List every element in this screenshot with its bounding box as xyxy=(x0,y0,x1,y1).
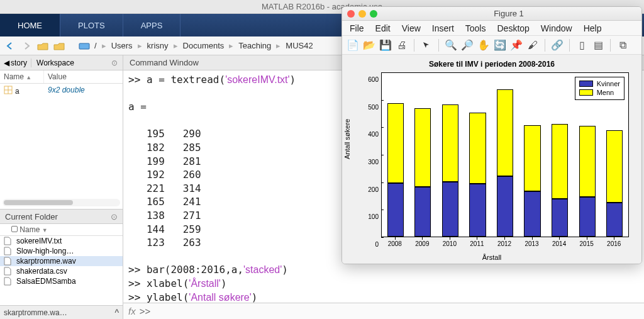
tab-home[interactable]: HOME xyxy=(0,14,60,36)
brush-icon[interactable]: 🖌 xyxy=(527,40,538,51)
ws-col-value[interactable]: Value xyxy=(44,70,70,83)
minimize-icon[interactable] xyxy=(358,10,366,18)
link-icon[interactable]: 🔗 xyxy=(552,40,563,51)
crumb-3[interactable]: Documents xyxy=(183,41,225,50)
crumb-5[interactable]: MUS42 xyxy=(286,41,313,50)
save-icon[interactable]: 💾 xyxy=(380,40,391,51)
x-tick: 2010 xyxy=(443,240,457,247)
open-icon[interactable]: 📂 xyxy=(364,40,375,51)
zoom-in-icon[interactable]: 🔍 xyxy=(445,40,457,51)
x-tick: 2013 xyxy=(525,240,538,247)
current-folder-title: Current Folder ⊙ xyxy=(0,209,123,224)
pointer-icon[interactable] xyxy=(421,40,432,51)
print-icon[interactable]: 🖨 xyxy=(396,40,408,51)
colorbar-icon[interactable]: ▯ xyxy=(576,40,587,51)
x-tick: 2014 xyxy=(552,240,566,247)
ws-col-name[interactable]: Name ▲ xyxy=(0,70,44,83)
nav-folder-icon[interactable] xyxy=(53,40,65,52)
file-item[interactable]: skarptromme.wav xyxy=(0,256,123,266)
crumb-2[interactable]: krisny xyxy=(147,41,169,50)
toolbar-sep xyxy=(610,39,611,52)
chart-title: Søkere til IMV i perioden 2008-2016 xyxy=(342,60,641,69)
figure-titlebar[interactable]: Figure 1 xyxy=(342,7,641,21)
chevron-right-icon: ▸ xyxy=(276,41,280,50)
rotate-icon[interactable]: 🔄 xyxy=(494,40,506,51)
command-prompt-row[interactable]: fx >> xyxy=(123,303,644,319)
file-item[interactable]: SalsaEDMSamba xyxy=(0,276,123,286)
menu-edit[interactable]: Edit xyxy=(375,23,391,33)
fx-icon[interactable]: fx xyxy=(128,306,136,316)
y-tick: 300 xyxy=(368,159,379,165)
file-name: SalsaEDMSamba xyxy=(16,277,76,286)
file-icon xyxy=(4,237,13,245)
y-tick: 600 xyxy=(368,76,379,83)
cf-col-name[interactable]: Name ▼ xyxy=(0,224,123,236)
y-tick: 0 xyxy=(375,241,379,248)
file-icon xyxy=(4,267,13,276)
history-label: story xyxy=(11,59,27,67)
legend-swatch-menn xyxy=(579,89,593,96)
workspace-tab[interactable]: Workspace⊙ xyxy=(31,59,123,67)
nav-fwd-icon[interactable] xyxy=(20,40,33,52)
bar xyxy=(387,103,404,237)
menu-view[interactable]: View xyxy=(402,23,421,33)
chevron-right-icon: ▸ xyxy=(229,41,233,50)
file-icon xyxy=(4,257,13,266)
current-folder-panel: Name ▼ sokereIMV.txtSlow-high-long…skarp… xyxy=(0,224,123,305)
y-tick: 100 xyxy=(368,213,379,220)
x-tick: 2015 xyxy=(580,240,594,247)
file-name: Slow-high-long… xyxy=(16,247,74,255)
file-icon xyxy=(4,277,13,286)
new-figure-icon[interactable]: 📄 xyxy=(347,40,358,51)
menu-help[interactable]: Help xyxy=(584,23,602,33)
legend-icon[interactable]: ▤ xyxy=(592,40,604,51)
variable-icon xyxy=(4,86,13,96)
dock-icon[interactable]: ⧉ xyxy=(617,40,628,51)
chevron-right-icon: ▸ xyxy=(174,41,178,50)
ws-var-name: a xyxy=(15,87,19,96)
drive-icon[interactable] xyxy=(78,40,91,52)
workspace-header: Name ▲ Value xyxy=(0,70,123,84)
figure-window[interactable]: Figure 1 File Edit View Insert Tools Des… xyxy=(341,6,642,264)
legend[interactable]: Kvinner Menn xyxy=(575,77,625,100)
svg-rect-0 xyxy=(79,43,89,49)
nav-up-icon[interactable] xyxy=(36,40,49,52)
zoom-icon[interactable] xyxy=(370,10,377,18)
nav-back-icon[interactable] xyxy=(4,40,16,52)
bar xyxy=(497,89,513,237)
file-name: shakerdata.csv xyxy=(16,267,67,276)
x-tick: 2012 xyxy=(497,240,511,247)
menu-window[interactable]: Window xyxy=(541,23,572,33)
panel-menu-icon[interactable]: ⊙ xyxy=(111,59,118,67)
crumb-1[interactable]: Users xyxy=(111,41,133,50)
figure-title: Figure 1 xyxy=(381,9,636,18)
toolbar-sep xyxy=(569,39,570,52)
menu-tools[interactable]: Tools xyxy=(465,23,486,33)
file-item[interactable]: Slow-high-long… xyxy=(0,246,123,256)
file-item[interactable]: shakerdata.csv xyxy=(0,266,123,276)
menu-insert[interactable]: Insert xyxy=(432,23,454,33)
x-axis-label: Årstall xyxy=(342,254,641,261)
crumb-0[interactable]: / xyxy=(94,41,97,50)
ws-row[interactable]: a 9x2 double xyxy=(0,84,123,98)
tab-plots[interactable]: PLOTS xyxy=(60,14,123,36)
h-scrollbar[interactable] xyxy=(3,199,120,206)
close-icon[interactable] xyxy=(347,10,355,18)
bar xyxy=(414,108,431,237)
file-item[interactable]: sokereIMV.txt xyxy=(0,236,123,246)
bar xyxy=(442,104,458,237)
datatip-icon[interactable]: 📌 xyxy=(511,40,522,51)
crumb-4[interactable]: Teaching xyxy=(238,41,271,50)
left-column: ◀ story Workspace⊙ Name ▲ Value a 9x2 do… xyxy=(0,55,123,319)
x-tick: 2008 xyxy=(388,240,402,247)
history-tab[interactable]: ◀ story xyxy=(0,59,31,67)
legend-menn: Menn xyxy=(597,88,614,97)
zoom-out-icon[interactable]: 🔎 xyxy=(462,40,473,51)
x-tick: 2016 xyxy=(607,240,621,247)
menu-file[interactable]: File xyxy=(350,23,364,33)
menu-desktop[interactable]: Desktop xyxy=(497,23,529,33)
panel-menu-icon[interactable]: ⊙ xyxy=(111,212,118,221)
expand-icon[interactable]: ^ xyxy=(114,308,119,318)
pan-icon[interactable]: ✋ xyxy=(478,40,489,51)
tab-apps[interactable]: APPS xyxy=(123,14,181,36)
